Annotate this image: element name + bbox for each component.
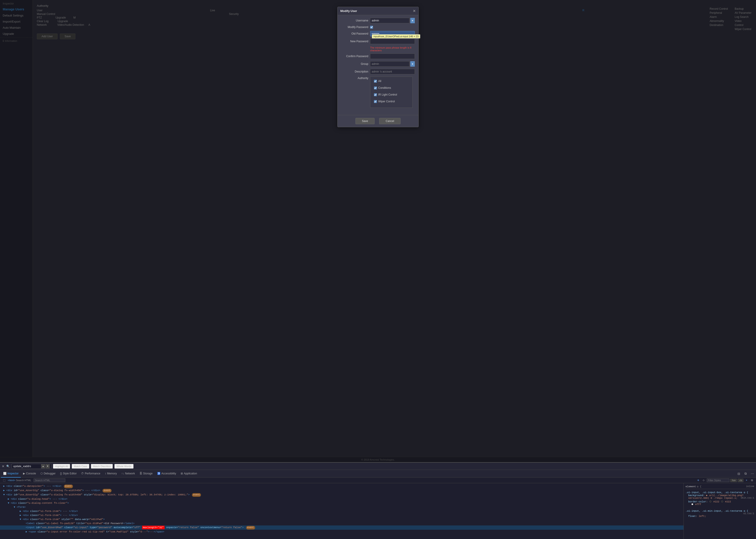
html-line: ▶ <div class="ui-form-item"> ··· </div>	[0, 513, 683, 517]
html-line: ▶ <div class="u-datepicker"> ··· </div> …	[0, 484, 683, 489]
authority-all-row: All	[372, 79, 411, 84]
search-text-input[interactable]	[13, 465, 40, 468]
pick-element-btn[interactable]: ⬚	[2, 478, 6, 483]
modify-user-modal: Modify User ✕ Username ▼ in	[337, 7, 419, 127]
tab-memory[interactable]: ↕ Memory	[103, 470, 119, 478]
modal-save-button[interactable]: Save	[355, 118, 375, 124]
authority-all-checkbox[interactable]	[374, 80, 377, 83]
styles-filter: element ◎ { inline	[686, 484, 754, 489]
match-case-btn[interactable]: Match Case	[72, 464, 89, 469]
whole-words-btn[interactable]: Whole Words	[114, 464, 133, 469]
group-input[interactable]	[370, 61, 409, 67]
html-line: ▼ <div id="use_EUserDlg" class="u-dialog…	[0, 493, 683, 497]
tab-application[interactable]: ⊞ Application	[178, 470, 199, 478]
tab-style-editor-label: Style Editor	[63, 472, 77, 475]
tab-console[interactable]: ▶ Console	[21, 470, 38, 478]
html-line: ▼ <form>	[0, 505, 683, 509]
cls-btn[interactable]: .cls	[738, 479, 743, 482]
tab-performance[interactable]: ⏱ Performance	[79, 470, 103, 478]
username-label: Username	[341, 19, 368, 22]
css-val-border-3: #fff	[695, 503, 701, 506]
authority-label: Authority	[341, 77, 368, 80]
old-password-label: Old Password	[341, 32, 368, 35]
tab-network[interactable]: ↑↓ Network	[119, 470, 137, 478]
devtools-more-btn[interactable]: ⋯	[750, 471, 755, 476]
modify-password-label: Modify Password	[341, 26, 368, 29]
tab-accessibility-label: Accessibility	[162, 472, 176, 475]
match-diacritics-btn[interactable]: Match Diacritics	[91, 464, 113, 469]
html-panel[interactable]: ▶ <div class="u-datepicker"> ··· </div> …	[0, 483, 684, 539]
css-props-3: #fff	[686, 503, 754, 506]
devtools-detach-btn[interactable]: ⧉	[743, 471, 748, 476]
password-error-text: The minimum pass phrase length is 8 char…	[370, 46, 415, 52]
authority-wiper-label: Wiper Control	[378, 100, 395, 103]
css-block-1: .ui-input, .ui-input-box, .ui-textarea ◎…	[686, 491, 754, 506]
devtools-content: ▶ <div class="u-datepicker"> ··· </div> …	[0, 483, 756, 539]
modify-password-checkbox[interactable]	[370, 26, 373, 29]
tooltip-popup: input#use_EUserOPwd.ui-input 146 × 23	[372, 34, 420, 38]
styles-new-btn[interactable]: +	[744, 478, 749, 483]
element-label: element	[686, 485, 696, 488]
new-password-row: New Password	[341, 38, 415, 44]
highlight-all-btn[interactable]: Highlight All	[53, 464, 70, 469]
css-source-2: ui.css:1	[743, 512, 754, 515]
confirm-password-row: Confirm Password	[341, 53, 415, 59]
color-swatch-2	[721, 501, 723, 502]
css-prop-bg: background	[688, 494, 703, 497]
accessibility-icon: ♿	[157, 472, 161, 475]
inline-source: inline	[746, 485, 754, 488]
color-swatch-3	[691, 503, 693, 505]
search-next-btn[interactable]: ▼	[46, 464, 50, 468]
devtools-panel: ✕ 🔍 ▲ ▼ Highlight All Match Case Match D…	[0, 462, 756, 539]
group-field-wrap: ▼	[370, 61, 415, 67]
tab-style-editor[interactable]: {} Style Editor	[58, 470, 79, 478]
search-close-btn[interactable]: ✕	[2, 464, 5, 468]
authority-ir-label: IR Light Control	[378, 93, 397, 96]
styles-filter-area: + ⊹ :hov .cls + ⧉	[696, 478, 754, 483]
authority-conditions-checkbox[interactable]	[374, 87, 377, 90]
tab-inspector[interactable]: ⬜ Inspector	[1, 470, 21, 478]
performance-icon: ⏱	[81, 472, 84, 475]
username-dropdown-btn[interactable]: ▼	[410, 18, 415, 23]
username-input[interactable]	[370, 18, 409, 23]
css-val-border-2: #222	[725, 501, 731, 503]
css-val-float: left;	[699, 515, 706, 517]
network-icon: ↑↓	[121, 472, 124, 475]
tab-debugger-label: Debugger	[43, 472, 55, 475]
html-label: <html> Search HTML	[8, 479, 65, 482]
new-password-input[interactable]	[370, 38, 415, 44]
authority-wiper-checkbox[interactable]	[374, 100, 377, 103]
css-prop-float: float	[688, 515, 696, 517]
element-indicator: ◎ {	[697, 485, 701, 488]
description-input[interactable]	[370, 69, 415, 74]
tab-console-label: Console	[26, 472, 36, 475]
devtools-search-bar: ✕ 🔍 ▲ ▼ Highlight All Match Case Match D…	[0, 463, 756, 470]
devtools-tabs: ⬜ Inspector ▶ Console ⬡ Debugger {} Styl…	[0, 470, 756, 478]
authority-ir-checkbox[interactable]	[374, 93, 377, 96]
modal-title: Modify User	[340, 9, 357, 13]
modal-overlay: Modify User ✕ Username ▼ in	[0, 0, 756, 462]
modify-password-row: Modify Password	[341, 26, 415, 29]
html-line: ▼ <div class="ui-form-item" style="" dat…	[0, 517, 683, 521]
storage-icon: 🗄	[140, 472, 142, 475]
modal-cancel-button[interactable]: Cancel	[379, 118, 401, 124]
devtools-tab-end: ⊟ ⧉ ⋯	[736, 471, 755, 476]
confirm-password-input[interactable]	[370, 53, 415, 59]
tab-accessibility[interactable]: ♿ Accessibility	[155, 470, 178, 478]
search-find-icon: 🔍	[6, 465, 10, 468]
styles-more-btn[interactable]: ⧉	[750, 478, 754, 483]
modal-close-button[interactable]: ✕	[413, 9, 416, 13]
new-rule-btn[interactable]: +	[696, 478, 701, 483]
authority-ir-row: IR Light Control	[372, 92, 411, 97]
pick-element-2-btn[interactable]: ⊹	[701, 478, 706, 483]
search-prev-btn[interactable]: ▲	[41, 464, 45, 468]
authority-conditions-row: Conditions	[372, 85, 411, 90]
tab-debugger[interactable]: ⬡ Debugger	[38, 470, 58, 478]
html-line-selected: <input id="use_EUserOPwd" class="ui-inpu…	[0, 525, 683, 530]
group-dropdown-btn[interactable]: ▼	[410, 61, 415, 67]
hov-btn[interactable]: :hov	[730, 479, 737, 482]
split-view-btn[interactable]: ⊟	[736, 471, 741, 476]
tab-storage[interactable]: 🗄 Storage	[137, 470, 155, 478]
css-source-1: skin.css:1	[741, 497, 754, 499]
tooltip-text: input#use_EUserOPwd.ui-input	[374, 35, 408, 38]
